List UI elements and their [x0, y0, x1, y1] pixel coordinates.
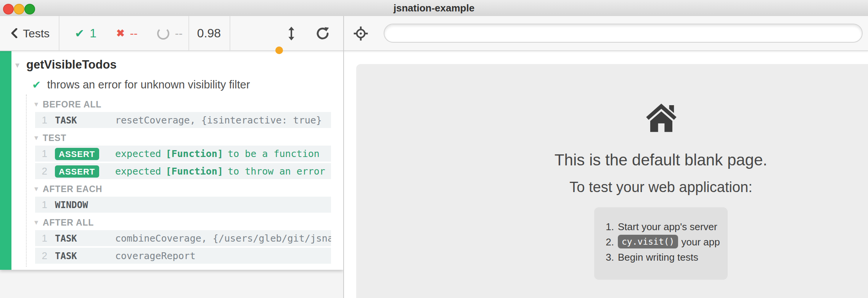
refresh-icon: [315, 26, 330, 41]
pending-count: --: [175, 27, 183, 40]
command-message: combineCoverage, {/users/gleb/git/jsnati…: [115, 232, 331, 244]
hook-label: TEST: [43, 133, 66, 142]
url-input[interactable]: [384, 24, 863, 43]
hook-label: AFTER ALL: [43, 218, 94, 227]
refresh-button[interactable]: [315, 16, 330, 50]
command-method: ASSERT: [55, 147, 112, 160]
command-row[interactable]: 1 WINDOW: [35, 197, 331, 213]
hook-header-after-each[interactable]: ▾ AFTER EACH: [0, 183, 343, 194]
blank-page-subheading: To test your web application:: [344, 179, 868, 196]
assert-badge: ASSERT: [55, 147, 99, 160]
command-number: 1: [35, 114, 47, 126]
hook-label: AFTER EACH: [43, 184, 102, 193]
step-text: Start your app's server: [618, 221, 717, 232]
command-number: 2: [35, 250, 47, 261]
arrows-up-down-icon: [288, 26, 295, 40]
command-message: expected[Function]to be a function: [115, 148, 331, 159]
command-row[interactable]: 2 ASSERT expected[Function]to throw an e…: [35, 163, 331, 179]
hook-commands: 1 WINDOW: [35, 197, 331, 213]
caret-down-icon[interactable]: ▾: [15, 61, 19, 69]
command-row[interactable]: 1 TASK combineCoverage, {/users/gleb/git…: [35, 230, 331, 246]
instruction-step: 1. Start your app's server: [602, 219, 728, 234]
command-method: TASK: [55, 115, 112, 125]
step-text: your app: [682, 236, 720, 247]
blank-page-content: This is the default blank page. To test …: [344, 50, 868, 280]
hook-header-test[interactable]: ▾ TEST: [0, 132, 343, 143]
selector-playground-button[interactable]: [353, 16, 368, 50]
command-method: TASK: [55, 250, 112, 261]
command-message: expected[Function]to throw an error: [115, 165, 331, 177]
stat-failed: ✖ --: [116, 27, 138, 40]
titlebar: jsnation-example: [0, 0, 868, 17]
chevron-left-icon: [11, 28, 18, 38]
viewport-indicator-dot: [275, 46, 283, 54]
command-message: resetCoverage, {isinteractive: true}: [115, 114, 331, 126]
command-number: 2: [35, 165, 47, 177]
panel-divider[interactable]: [343, 16, 344, 298]
caret-down-icon: ▾: [34, 218, 38, 226]
check-icon: ✔: [75, 26, 84, 40]
hook-label: BEFORE ALL: [43, 99, 101, 109]
command-number: 1: [35, 232, 47, 244]
failed-count: --: [130, 27, 138, 40]
command-number: 1: [35, 199, 47, 210]
command-method: WINDOW: [55, 199, 112, 210]
header-divider: [230, 16, 230, 50]
app-window: jsnation-example Tests ✔ 1 ✖ -- --: [0, 0, 868, 298]
command-method: ASSERT: [55, 165, 112, 177]
command-method: TASK: [55, 233, 112, 244]
instruction-step: 2. cy.visit() your app: [602, 234, 728, 249]
suite-row[interactable]: ▾ getVisibleTodos: [0, 56, 343, 73]
step-text: Begin writing tests: [618, 251, 698, 263]
test-stats: ✔ 1 ✖ -- --: [59, 16, 188, 50]
command-number: 1: [35, 148, 47, 159]
test-duration: 0.98: [188, 16, 230, 50]
crosshair-icon: [353, 26, 368, 41]
command-log: ▾ getVisibleTodos ✔ throws an error for …: [0, 50, 343, 265]
command-row[interactable]: 1 TASK resetCoverage, {isinteractive: tr…: [35, 112, 331, 128]
window-title: jsnation-example: [0, 0, 868, 16]
reporter-panel: ▾ getVisibleTodos ✔ throws an error for …: [0, 50, 343, 298]
caret-down-icon: ▾: [34, 100, 38, 108]
suite-title: getVisibleTodos: [26, 58, 117, 72]
check-icon: ✔: [32, 79, 41, 91]
blank-page-heading: This is the default blank page.: [344, 151, 868, 169]
back-to-tests-label: Tests: [23, 27, 50, 40]
passed-count: 1: [90, 26, 96, 40]
hook-commands: 1 TASK resetCoverage, {isinteractive: tr…: [35, 112, 331, 128]
hook-header-before-all[interactable]: ▾ BEFORE ALL: [0, 98, 343, 110]
command-row[interactable]: 2 TASK coverageReport: [35, 248, 331, 264]
test-row[interactable]: ✔ throws an error for unknown visibility…: [0, 75, 343, 95]
cy-visit-code-badge: cy.visit(): [618, 235, 678, 248]
instruction-step: 3. Begin writing tests: [602, 249, 728, 264]
home-icon: [344, 101, 868, 133]
hook-header-after-all[interactable]: ▾ AFTER ALL: [0, 216, 343, 228]
instructions-box: 1. Start your app's server 2. cy.visit()…: [594, 207, 728, 280]
viewport-scale-button[interactable]: [288, 16, 295, 50]
assert-badge: ASSERT: [55, 165, 99, 177]
pending-circle-icon: [158, 27, 170, 39]
command-message: coverageReport: [115, 250, 331, 261]
toolbar: Tests ✔ 1 ✖ -- -- 0.98: [0, 16, 868, 51]
caret-down-icon: ▾: [34, 134, 38, 141]
test-title: throws an error for unknown visibility f…: [47, 79, 250, 91]
hook-commands: 1 ASSERT expected[Function]to be a funct…: [35, 146, 331, 179]
stat-pending: --: [158, 27, 183, 40]
hook-commands: 1 TASK combineCoverage, {/users/gleb/git…: [35, 230, 331, 264]
stat-passed: ✔ 1: [75, 26, 96, 40]
caret-down-icon: ▾: [34, 185, 38, 192]
back-to-tests-button[interactable]: Tests: [0, 16, 59, 50]
cross-icon: ✖: [116, 27, 125, 39]
aut-panel: This is the default blank page. To test …: [344, 50, 868, 298]
command-row[interactable]: 1 ASSERT expected[Function]to be a funct…: [35, 146, 331, 162]
